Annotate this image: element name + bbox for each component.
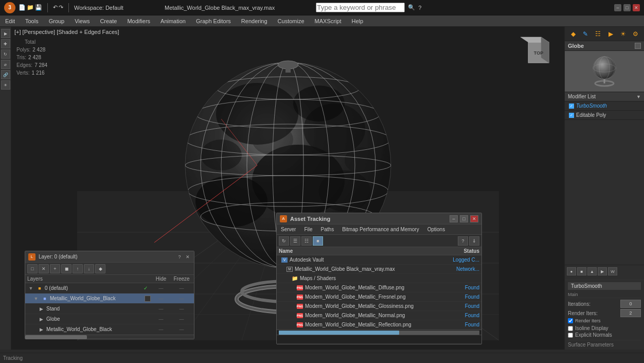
lt-scale-btn[interactable]: ⌀ — [1, 60, 10, 69]
lt-select-btn[interactable]: ▶ — [1, 29, 10, 38]
at-minimize-btn[interactable]: – — [450, 215, 458, 222]
undo-btn[interactable]: ↶ — [53, 4, 58, 11]
layer-manager-titlebar[interactable]: L Layer: 0 (default) ? ✕ — [25, 251, 194, 263]
modifier-list-bar[interactable]: Modifier List ▼ — [565, 92, 644, 101]
menu-create[interactable]: Create — [95, 15, 122, 27]
modifier-editable-poly[interactable]: ✓ Editable Poly — [565, 111, 644, 120]
at-row-vault[interactable]: V Autodesk Vault Logged C... — [277, 255, 481, 265]
at-row-normal[interactable]: PNG Modern_World_Globe_Metallic_Normal.p… — [277, 311, 481, 320]
workspace-dropdown[interactable]: Workspace: Default — [74, 5, 123, 11]
lm-scroll-thumb[interactable] — [25, 335, 87, 339]
at-path-input[interactable] — [277, 335, 481, 343]
mod-world-btn[interactable]: W — [608, 267, 617, 275]
at-menu-server[interactable]: Server — [277, 224, 300, 235]
menu-graph-editors[interactable]: Graph Editors — [191, 15, 236, 27]
modifier-turbosmooth[interactable]: ✓ TurboSmooth — [565, 101, 644, 111]
at-row-max[interactable]: M Metallic_World_Globe Black_max_vray.ma… — [277, 265, 481, 274]
search-btn[interactable]: 🔍 — [408, 4, 415, 11]
at-restore-btn[interactable]: □ — [460, 215, 468, 222]
ts-iterations-input[interactable] — [620, 300, 641, 308]
lm-add-sel-btn[interactable]: ↑ — [73, 264, 83, 273]
at-menu-options[interactable]: Options — [423, 224, 449, 235]
menu-tools[interactable]: Tools — [20, 15, 44, 27]
menu-maxscript[interactable]: MAXScript — [310, 15, 347, 27]
search-input[interactable] — [316, 3, 405, 12]
lt-link-btn[interactable]: 🔗 — [1, 70, 10, 79]
menu-help[interactable]: Help — [347, 15, 369, 27]
edges-label: Edges: — [16, 61, 32, 69]
viewport-stats: Total Polys: 2 428 Tris: 2 428 Edges: 7 … — [14, 38, 47, 77]
turbosmooth-check[interactable]: ✓ — [569, 103, 574, 109]
at-menu-bitmap-perf[interactable]: Bitmap Performance and Memory — [338, 224, 423, 235]
at-row-maps[interactable]: 📁 Maps / Shaders — [277, 274, 481, 283]
at-help-btn[interactable]: ? — [458, 236, 468, 246]
redo-btn[interactable]: ↷ — [59, 4, 63, 11]
obj-color-swatch[interactable] — [635, 43, 641, 49]
ri-utilities-btn[interactable]: ⚙ — [631, 29, 641, 39]
mod-select-btn[interactable]: ▶ — [598, 267, 607, 275]
at-row-fresnel[interactable]: PNG Modern_World_Globe_Metallic_Fresnel.… — [277, 292, 481, 302]
mod-pin-btn[interactable]: ● — [567, 267, 576, 275]
nav-cube[interactable]: TOP — [518, 32, 559, 73]
ts-isoline-check[interactable] — [568, 326, 573, 331]
at-menu-file[interactable]: File — [300, 224, 316, 235]
new-btn[interactable]: 📄 — [19, 4, 26, 11]
lm-all-visible-btn[interactable]: □ — [27, 264, 38, 273]
at-row-glossiness[interactable]: PNG Modern_World_Globe_Metallic_Glossine… — [277, 302, 481, 311]
at-titlebar[interactable]: A Asset Tracking – □ ✕ — [277, 213, 481, 224]
ri-modify-btn[interactable]: ✎ — [580, 29, 591, 39]
at-refresh-btn[interactable]: ↻ — [279, 236, 289, 246]
menu-edit[interactable]: Edit — [0, 15, 20, 27]
help-btn[interactable]: ? — [418, 5, 421, 11]
menu-group[interactable]: Group — [44, 15, 70, 27]
ri-hierarchy-btn[interactable]: ☷ — [593, 29, 603, 39]
lm-row-1-freeze: — — [171, 296, 192, 301]
at-row-diffuse[interactable]: PNG Modern_World_Globe_Metallic_Diffuse.… — [277, 283, 481, 292]
ri-display-btn[interactable]: ☀ — [618, 29, 628, 39]
at-row-reflection[interactable]: PNG Modern_World_Globe_Metallic_Reflecti… — [277, 320, 481, 330]
minimize-btn[interactable]: – — [614, 4, 621, 11]
menu-customize[interactable]: Customize — [273, 15, 310, 27]
lm-row-2-obj-icon: ▶ — [38, 305, 45, 313]
lm-highlight-btn[interactable]: ◆ — [95, 264, 105, 273]
at-tree-view-btn[interactable]: ■ — [313, 236, 323, 246]
menu-animation[interactable]: Animation — [155, 15, 191, 27]
ts-render-iters-check[interactable] — [568, 318, 573, 323]
at-close-btn[interactable]: ✕ — [470, 215, 478, 222]
editable-poly-check[interactable]: ✓ — [569, 113, 574, 118]
menu-modifiers[interactable]: Modifiers — [122, 15, 155, 27]
close-btn[interactable]: ✕ — [633, 4, 640, 11]
ts-explicit-normals-check[interactable] — [568, 333, 573, 338]
lm-close-btn[interactable]: ✕ — [185, 254, 191, 260]
lm-help-btn[interactable]: ? — [176, 254, 183, 260]
lm-row-4[interactable]: ▶ Metallic_World_Globe_Black — — — [25, 324, 194, 335]
ts-explicit-normals-label: Explicit Normals — [575, 332, 612, 338]
at-details-view-btn[interactable]: ☷ — [301, 236, 312, 246]
lt-move-btn[interactable]: ✚ — [1, 39, 10, 48]
at-expand-btn[interactable]: ⇓ — [469, 236, 479, 246]
lt-camera-btn[interactable]: ☀ — [1, 80, 10, 90]
lm-row-1[interactable]: ▼ ■ Metallic_World_Globe_Black — — — [25, 293, 194, 304]
menu-views[interactable]: Views — [69, 15, 95, 27]
lm-select-obj-btn[interactable]: ◼ — [61, 264, 71, 273]
menu-rendering[interactable]: Rendering — [236, 15, 273, 27]
mod-lock-btn[interactable]: ■ — [577, 267, 586, 275]
lm-move-sel-btn[interactable]: ↓ — [84, 264, 94, 273]
lm-add-btn[interactable]: + — [50, 264, 60, 273]
lm-row-3[interactable]: ▶ Globe — — — [25, 314, 194, 324]
at-menu-paths[interactable]: Paths — [317, 224, 338, 235]
save-btn[interactable]: 💾 — [35, 4, 42, 11]
lm-scrollbar[interactable] — [25, 335, 194, 339]
ri-motion-btn[interactable]: ▶ — [605, 29, 616, 39]
maximize-btn[interactable]: □ — [623, 4, 631, 11]
lt-rotate-btn[interactable]: ↻ — [1, 49, 10, 59]
open-btn[interactable]: 📁 — [27, 4, 34, 11]
lm-row-2[interactable]: ▶ Stand — — — [25, 304, 194, 314]
at-list-view-btn[interactable]: ☰ — [290, 236, 300, 246]
lm-delete-btn[interactable]: ✕ — [39, 264, 49, 273]
lm-row-2-freeze: — — [171, 306, 192, 312]
mod-show-btn[interactable]: ▲ — [587, 267, 597, 275]
ri-create-btn[interactable]: ◆ — [568, 29, 578, 39]
ts-render-iters-input[interactable] — [620, 309, 641, 317]
lm-row-0[interactable]: ▼ ■ 0 (default) ✓ — — — [25, 283, 194, 293]
